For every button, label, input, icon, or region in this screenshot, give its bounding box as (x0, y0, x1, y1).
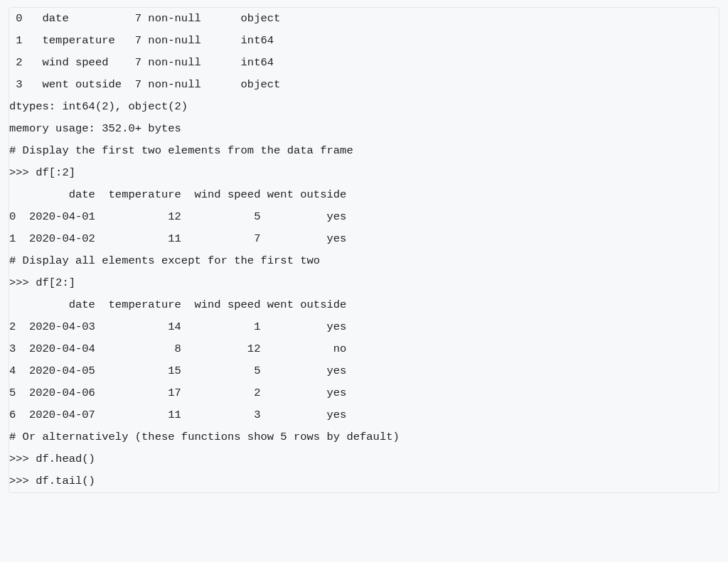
memory-usage: memory usage: 352.0+ bytes (9, 118, 719, 140)
comment-alternatively: # Or alternatively (these functions show… (9, 426, 719, 448)
info-row-0: 0 date 7 non-null object (9, 8, 719, 30)
comment-except-first-two: # Display all elements except for the fi… (9, 250, 719, 272)
table-row: 0 2020-04-01 12 5 yes (9, 206, 719, 228)
table-row: 6 2020-04-07 11 3 yes (9, 404, 719, 426)
prompt-df-tail: >>> df.tail() (9, 470, 719, 492)
table-row: 2 2020-04-03 14 1 yes (9, 316, 719, 338)
table-row: 5 2020-04-06 17 2 yes (9, 382, 719, 404)
info-row-3: 3 went outside 7 non-null object (9, 74, 719, 96)
info-row-2: 2 wind speed 7 non-null int64 (9, 52, 719, 74)
table-row: 4 2020-04-05 15 5 yes (9, 360, 719, 382)
info-row-1: 1 temperature 7 non-null int64 (9, 30, 719, 52)
prompt-df-tail-slice: >>> df[2:] (9, 272, 719, 294)
table-row: 3 2020-04-04 8 12 no (9, 338, 719, 360)
code-output-block: 0 date 7 non-null object 1 temperature 7… (9, 7, 719, 493)
code-output-pre: 0 date 7 non-null object 1 temperature 7… (9, 8, 719, 492)
comment-first-two: # Display the first two elements from th… (9, 140, 719, 162)
table-header-2: date temperature wind speed went outside (9, 294, 719, 316)
table-header-1: date temperature wind speed went outside (9, 184, 719, 206)
prompt-df-head-slice: >>> df[:2] (9, 162, 719, 184)
dtypes-summary: dtypes: int64(2), object(2) (9, 96, 719, 118)
prompt-df-head: >>> df.head() (9, 448, 719, 470)
table-row: 1 2020-04-02 11 7 yes (9, 228, 719, 250)
